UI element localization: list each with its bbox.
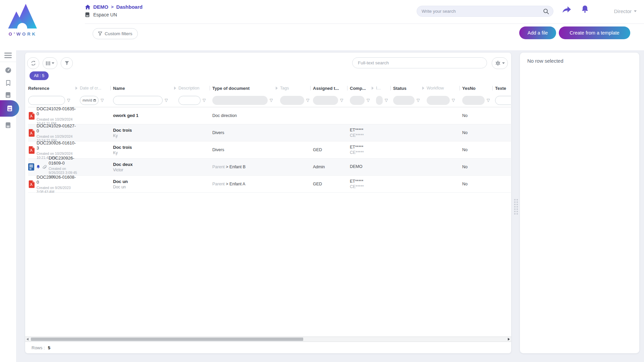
document-name: owork ged 1 [113, 113, 176, 118]
column-header-yesno[interactable]: YesNo [462, 83, 495, 94]
document-type: Doc direction [212, 113, 237, 118]
table-row[interactable]: w DOC230926-01609-0Created on 9/26/2023 … [28, 159, 511, 176]
column-header-type[interactable]: Type of document [212, 83, 280, 94]
filter-description-input[interactable] [178, 96, 201, 105]
left-sidebar [0, 50, 16, 362]
breadcrumb-root[interactable]: DEMO [93, 4, 108, 10]
document-created-date: Created on 9/26/2023 3:08:43 AM [37, 186, 78, 193]
scroll-left-arrow-icon[interactable] [26, 338, 29, 341]
refresh-button[interactable] [27, 57, 39, 69]
filter-funnel-icon[interactable] [203, 98, 206, 102]
column-header-name[interactable]: Name [113, 83, 178, 94]
tab-all-count[interactable]: All : 5 [30, 71, 49, 80]
table-row[interactable]: DOC241029-01635-0Created on 10/29/2024 1… [28, 107, 511, 124]
custom-filters-button[interactable]: Custom filters [93, 28, 138, 39]
filter-funnel-icon[interactable] [367, 98, 370, 102]
document-type: Divers [212, 130, 224, 135]
document-name: Doc trois [113, 145, 176, 150]
sidebar-item-documents-active[interactable] [0, 100, 19, 117]
breadcrumb-current[interactable]: Dashboard [116, 4, 143, 10]
horizontal-scrollbar[interactable] [25, 337, 511, 342]
filter-button[interactable] [61, 57, 73, 69]
document-company: ET***** [350, 128, 374, 132]
document-reference: DOC230926-01609-0 [49, 156, 78, 166]
document-type-parent: Parent [212, 165, 225, 169]
expand-column-chevron-icon[interactable] [276, 86, 278, 90]
app-logo[interactable]: O'WORK [4, 2, 42, 37]
document-company-sub: CE***** [350, 184, 374, 189]
expand-column-chevron-icon[interactable] [174, 86, 176, 90]
pdf-file-icon [28, 129, 35, 137]
document-company-sub: CE***** [350, 133, 374, 138]
column-header-tags[interactable]: Tags [280, 83, 313, 94]
filter-funnel-icon[interactable] [101, 98, 104, 102]
filter-name-input[interactable] [113, 96, 163, 105]
column-header-status[interactable]: Status [393, 83, 427, 94]
filter-i-select[interactable] [376, 96, 383, 105]
filter-yesno-select[interactable] [462, 96, 485, 105]
column-header-workflow[interactable]: Workflow [427, 83, 462, 94]
column-header-description[interactable]: Description [178, 83, 212, 94]
column-header-assigned[interactable]: Assigned t... [313, 83, 350, 94]
sidebar-item-archive[interactable] [0, 120, 16, 130]
filter-texte-input[interactable] [495, 96, 511, 105]
filter-funnel-icon[interactable] [452, 98, 455, 102]
filter-date-input[interactable]: mm/d [80, 96, 99, 105]
no-selection-message: No row selected [527, 58, 632, 64]
table-settings-button[interactable] [492, 57, 508, 69]
filter-funnel-icon[interactable] [340, 98, 343, 102]
search-icon[interactable] [543, 8, 549, 14]
sidebar-item-bookmarks[interactable] [0, 78, 16, 88]
expand-column-chevron-icon[interactable] [372, 86, 374, 90]
filter-funnel-icon[interactable] [165, 98, 168, 102]
column-header-texte[interactable]: Texte [495, 83, 511, 94]
expand-column-chevron-icon[interactable] [75, 86, 77, 90]
filter-funnel-icon[interactable] [306, 98, 309, 102]
scrollbar-thumb[interactable] [31, 338, 303, 341]
document-yesno: No [462, 176, 495, 192]
create-from-template-button[interactable]: Create from a template [559, 26, 630, 39]
book-icon [5, 92, 11, 98]
column-header-date[interactable]: Date of cr... [80, 83, 113, 94]
table-row[interactable]: DOC241029-01627-0Created on 10/29/2024 1… [28, 124, 511, 141]
sidebar-item-dashboard[interactable] [0, 65, 16, 75]
table-row[interactable]: DOC230926-01608-0Created on 9/26/2023 3:… [28, 176, 511, 193]
filter-funnel-icon[interactable] [385, 98, 388, 102]
add-file-button[interactable]: Add a file [519, 26, 556, 39]
chevron-down-icon [52, 62, 54, 64]
table-footer: Rows : 5 [25, 342, 511, 353]
fulltext-search-input[interactable] [352, 57, 487, 68]
column-separator [492, 86, 493, 90]
document-reference: DOC241029-01635-0 [37, 106, 78, 116]
filter-type-select[interactable] [212, 96, 268, 105]
filter-funnel-icon [98, 32, 102, 36]
filter-funnel-icon[interactable] [67, 98, 70, 102]
home-icon[interactable] [85, 4, 91, 10]
filter-assigned-select[interactable] [313, 96, 338, 105]
filter-funnel-icon[interactable] [487, 98, 490, 102]
scroll-right-arrow-icon[interactable] [508, 338, 510, 341]
menu-hamburger-icon[interactable] [4, 53, 12, 60]
app-root: O'WORK DEMO > Dashboard Espace UN D [0, 0, 644, 362]
document-type: Divers [212, 147, 224, 152]
panel-resize-handle[interactable] [514, 199, 518, 215]
expand-column-chevron-icon[interactable] [422, 86, 424, 90]
filter-status-select[interactable] [393, 96, 415, 105]
filter-company-select[interactable] [350, 96, 365, 105]
sidebar-item-library[interactable] [0, 90, 16, 100]
column-header-reference[interactable]: Reference [28, 83, 80, 94]
filter-tags-select[interactable] [280, 96, 304, 105]
global-search-input[interactable] [421, 8, 543, 14]
logo-wordmark: O'WORK [4, 32, 42, 37]
chevron-down-icon [634, 10, 637, 12]
columns-button[interactable] [43, 57, 57, 69]
filter-workflow-select[interactable] [427, 96, 450, 105]
document-reference: DOC241029-01627-0 [37, 123, 78, 133]
table-row[interactable]: DOC230926-01610-3Created on 10/29/2024 1… [28, 141, 511, 159]
notifications-bell-icon[interactable] [581, 5, 589, 15]
share-icon[interactable] [562, 6, 571, 15]
user-role-menu[interactable]: Director [614, 8, 637, 14]
filter-funnel-icon[interactable] [270, 98, 273, 102]
filter-reference-input[interactable] [28, 96, 65, 105]
filter-funnel-icon[interactable] [417, 98, 420, 102]
